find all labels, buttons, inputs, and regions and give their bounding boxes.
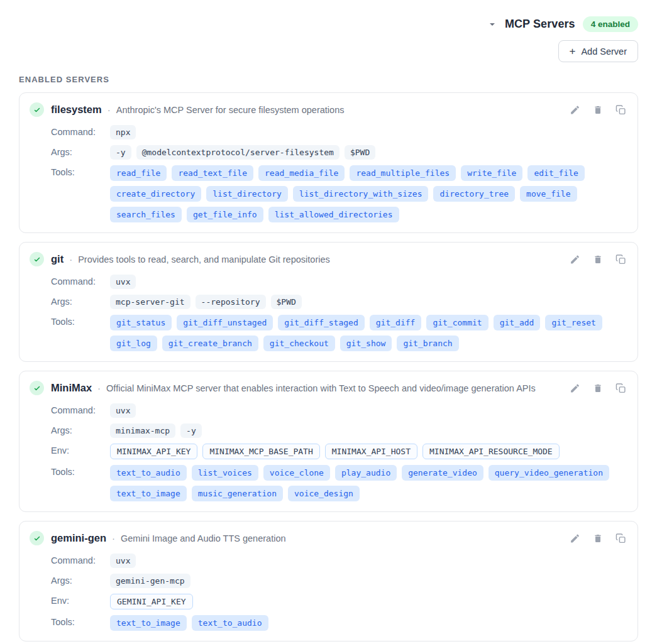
- add-server-label: Add Server: [581, 46, 627, 57]
- delete-server-button[interactable]: [592, 381, 604, 395]
- copy-server-button[interactable]: [614, 103, 627, 116]
- tool-pill: read_file: [110, 165, 167, 181]
- tool-pill: git_log: [110, 336, 157, 351]
- server-detail-rows: Command:uvxArgs:minimax-mcp-yEnv:MINIMAX…: [51, 403, 627, 501]
- env-pill: MINIMAX_API_KEY: [110, 444, 197, 459]
- server-detail-rows: Command:uvxArgs:mcp-server-git--reposito…: [51, 275, 627, 351]
- server-name: MiniMax: [51, 382, 92, 394]
- env-pill: MINIMAX_API_HOST: [325, 444, 417, 459]
- delete-server-button[interactable]: [592, 253, 604, 266]
- tool-pill: git_diff: [370, 315, 422, 330]
- tool-pill: write_file: [461, 165, 522, 181]
- server-list: filesystem · Anthropic's MCP Server for …: [19, 92, 638, 641]
- command-pill: uvx: [110, 554, 136, 568]
- arg-pill: mcp-server-git: [110, 295, 190, 309]
- row-label: Command:: [51, 275, 110, 287]
- tool-pill: voice_clone: [263, 465, 330, 481]
- server-description: Provides tools to read, search, and mani…: [78, 254, 330, 265]
- add-server-button[interactable]: + Add Server: [558, 40, 638, 62]
- arg-pill: -y: [180, 423, 202, 438]
- row-values: uvx: [110, 554, 136, 568]
- tool-pill: text_to_audio: [192, 615, 268, 631]
- edit-server-button[interactable]: [568, 253, 582, 266]
- row-values: npx: [110, 125, 136, 139]
- copy-server-button[interactable]: [614, 381, 627, 395]
- tool-pill: git_show: [340, 336, 392, 351]
- row-values: read_fileread_text_fileread_media_filere…: [110, 165, 627, 222]
- tool-pill: music_generation: [192, 486, 283, 501]
- edit-server-button[interactable]: [568, 532, 582, 545]
- row-values: minimax-mcp-y: [110, 423, 202, 438]
- separator-dot: ·: [97, 383, 101, 393]
- row-label: Env:: [51, 444, 110, 456]
- edit-server-button[interactable]: [568, 381, 582, 395]
- row-label: Args:: [51, 295, 110, 307]
- env-pill: MINIMAX_MCP_BASE_PATH: [202, 444, 319, 459]
- row-label: Command:: [51, 125, 110, 137]
- tool-pill: git_branch: [397, 336, 458, 351]
- tool-pill: git_diff_staged: [278, 315, 364, 330]
- enabled-check-icon: [30, 252, 44, 266]
- server-card: filesystem · Anthropic's MCP Server for …: [19, 92, 638, 233]
- server-card: MiniMax · Official MiniMax MCP server th…: [19, 371, 638, 512]
- arg-pill: -y: [110, 145, 131, 160]
- enabled-check-icon: [30, 531, 44, 545]
- tool-pill: voice_design: [288, 486, 360, 501]
- separator-dot: ·: [112, 533, 115, 543]
- copy-server-button[interactable]: [614, 253, 627, 266]
- server-detail-rows: Command:npxArgs:-y@modelcontextprotocol/…: [51, 125, 627, 222]
- enabled-count-badge: 4 enabled: [583, 16, 638, 32]
- row-values: gemini-gen-mcp: [110, 574, 190, 588]
- tool-pill: text_to_audio: [110, 465, 187, 481]
- row-label: Args:: [51, 145, 110, 157]
- plus-icon: +: [570, 46, 576, 57]
- row-values: text_to_audiolist_voicesvoice_cloneplay_…: [110, 465, 627, 501]
- row-values: MINIMAX_API_KEYMINIMAX_MCP_BASE_PATHMINI…: [110, 444, 560, 459]
- tool-pill: list_directory_with_sizes: [293, 186, 429, 202]
- arg-pill: gemini-gen-mcp: [110, 574, 190, 588]
- tool-pill: read_media_file: [258, 165, 345, 181]
- arg-pill: $PWD: [271, 295, 302, 309]
- tool-pill: list_directory: [206, 186, 288, 202]
- page-title: MCP Servers: [505, 18, 575, 31]
- tool-pill: move_file: [520, 186, 577, 202]
- copy-server-button[interactable]: [614, 532, 627, 545]
- enabled-check-icon: [30, 381, 44, 395]
- tool-pill: search_files: [110, 207, 182, 222]
- row-label: Args:: [51, 423, 110, 435]
- tool-pill: text_to_image: [110, 615, 187, 631]
- row-values: -y@modelcontextprotocol/server-filesyste…: [110, 145, 375, 160]
- enabled-servers-section-label: ENABLED SERVERS: [19, 75, 638, 84]
- row-label: Args:: [51, 574, 110, 586]
- tool-pill: git_reset: [545, 315, 602, 330]
- row-label: Tools:: [51, 165, 110, 177]
- tool-pill: list_allowed_directories: [268, 207, 399, 222]
- server-description: Official MiniMax MCP server that enables…: [106, 383, 536, 393]
- server-card: git · Provides tools to read, search, an…: [19, 242, 638, 362]
- tool-pill: create_directory: [110, 186, 201, 202]
- server-description: Anthropic's MCP Server for secure filesy…: [116, 105, 345, 115]
- tool-pill: git_create_branch: [162, 336, 258, 351]
- separator-dot: ·: [69, 254, 72, 265]
- tool-pill: text_to_image: [110, 486, 187, 501]
- row-label: Command:: [51, 403, 110, 415]
- tool-pill: get_file_info: [187, 207, 263, 222]
- row-values: git_statusgit_diff_unstagedgit_diff_stag…: [110, 315, 627, 351]
- tool-pill: git_commit: [426, 315, 488, 330]
- tool-pill: git_status: [110, 315, 172, 330]
- tool-pill: read_multiple_files: [350, 165, 456, 181]
- row-label: Tools:: [51, 315, 110, 327]
- server-name: git: [51, 253, 63, 265]
- tool-pill: directory_tree: [433, 186, 515, 202]
- edit-server-button[interactable]: [568, 103, 582, 116]
- server-detail-rows: Command:uvxArgs:gemini-gen-mcpEnv:GEMINI…: [51, 554, 627, 631]
- tool-pill: play_audio: [335, 465, 397, 481]
- delete-server-button[interactable]: [592, 532, 604, 545]
- arg-pill: minimax-mcp: [110, 423, 175, 438]
- delete-server-button[interactable]: [592, 103, 604, 116]
- chevron-down-icon[interactable]: [487, 19, 497, 30]
- tool-pill: git_checkout: [263, 336, 335, 351]
- env-pill: MINIMAX_API_RESOURCE_MODE: [422, 444, 560, 459]
- server-card: gemini-gen · Gemini Image and Audio TTS …: [19, 521, 638, 641]
- tool-pill: list_voices: [192, 465, 258, 481]
